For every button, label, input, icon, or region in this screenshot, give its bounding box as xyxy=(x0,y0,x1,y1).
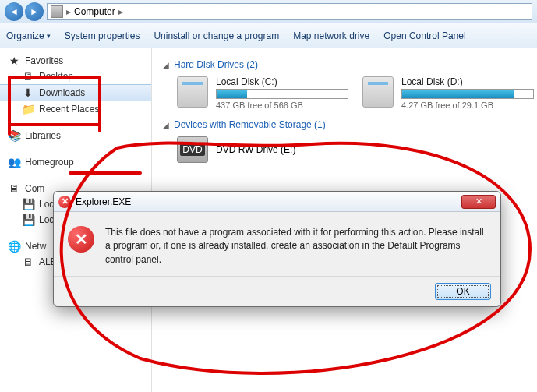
organize-menu[interactable]: Organize xyxy=(6,30,51,41)
breadcrumb[interactable]: ▸ Computer ▸ xyxy=(47,3,532,20)
sidebar-item-desktop[interactable]: 🖥 Desktop xyxy=(0,69,151,84)
pc-icon: 🖥 xyxy=(22,256,34,268)
drive-free-text: 4.27 GB free of 29.1 GB xyxy=(401,101,534,110)
sidebar-item-label: Loc xyxy=(39,214,54,225)
dvd-drive-item[interactable]: DVD DVD RW Drive (E:) xyxy=(177,136,526,163)
sidebar-item-recent-places[interactable]: 📁 Recent Places xyxy=(0,101,151,117)
drive-icon: 💾 xyxy=(22,214,34,226)
downloads-icon: ⬇ xyxy=(22,87,34,99)
drive-capacity-bar xyxy=(216,89,348,99)
dvd-icon: DVD xyxy=(177,136,208,163)
dvd-name: DVD RW Drive (E:) xyxy=(216,144,295,155)
open-control-panel-button[interactable]: Open Control Panel xyxy=(383,30,465,41)
drive-free-text: 437 GB free of 566 GB xyxy=(216,101,348,110)
dialog-ok-button[interactable]: OK xyxy=(435,283,491,300)
section-removable-header[interactable]: ◢ Devices with Removable Storage (1) xyxy=(163,119,526,130)
drive-capacity-bar xyxy=(401,89,534,99)
error-icon: ✕ xyxy=(68,226,94,253)
sidebar-homegroup-header[interactable]: 👥 Homegroup xyxy=(0,154,151,170)
drive-item[interactable]: Local Disk (C:) 437 GB free of 566 GB xyxy=(177,76,348,110)
sidebar-label: Libraries xyxy=(25,130,61,141)
sidebar-item-downloads[interactable]: ⬇ Downloads xyxy=(0,84,151,101)
sidebar-label: Favorites xyxy=(25,55,63,66)
drive-icon: 💾 xyxy=(22,198,34,210)
sidebar-item-label: Downloads xyxy=(39,87,85,98)
collapse-icon: ◢ xyxy=(163,121,169,129)
toolbar: Organize System properties Uninstall or … xyxy=(0,23,537,48)
sidebar-libraries-header[interactable]: 📚 Libraries xyxy=(0,128,151,143)
sidebar-favorites-header[interactable]: ★ Favorites xyxy=(0,53,151,69)
libraries-icon: 📚 xyxy=(8,129,20,142)
uninstall-program-button[interactable]: Uninstall or change a program xyxy=(154,30,279,41)
sidebar-label: Com xyxy=(25,183,44,194)
sidebar-label: Homegroup xyxy=(25,157,74,168)
recent-icon: 📁 xyxy=(22,103,34,115)
sidebar-item-label: Recent Places xyxy=(39,104,99,115)
system-properties-button[interactable]: System properties xyxy=(65,30,140,41)
dialog-title-text: Explorer.EXE xyxy=(76,196,131,207)
dialog-close-button[interactable]: ✕ xyxy=(461,195,496,209)
computer-icon xyxy=(51,5,63,18)
network-icon: 🌐 xyxy=(8,240,20,253)
drive-name: Local Disk (C:) xyxy=(216,76,348,87)
breadcrumb-current[interactable]: Computer xyxy=(74,6,115,17)
section-hdd-header[interactable]: ◢ Hard Disk Drives (2) xyxy=(163,59,526,70)
breadcrumb-sep: ▸ xyxy=(118,6,123,17)
dialog-titlebar[interactable]: ✕ Explorer.EXE ✕ xyxy=(54,192,500,212)
nav-back-button[interactable]: ◄ xyxy=(5,2,23,21)
desktop-icon: 🖥 xyxy=(22,70,34,83)
star-icon: ★ xyxy=(8,55,20,67)
sidebar-item-label: Loc xyxy=(39,199,54,210)
error-dialog: ✕ Explorer.EXE ✕ ✕ This file does not ha… xyxy=(53,191,501,307)
hdd-icon xyxy=(177,76,208,108)
section-label: Hard Disk Drives (2) xyxy=(174,59,258,70)
collapse-icon: ◢ xyxy=(163,61,169,69)
dialog-message: This file does not have a program associ… xyxy=(105,226,486,267)
nav-forward-button[interactable]: ► xyxy=(25,2,44,21)
section-label: Devices with Removable Storage (1) xyxy=(174,119,326,130)
drive-name: Local Disk (D:) xyxy=(401,76,534,87)
drive-item[interactable]: Local Disk (D:) 4.27 GB free of 29.1 GB xyxy=(362,76,534,110)
sidebar-item-label: Desktop xyxy=(39,71,73,82)
computer-icon: 🖥 xyxy=(8,182,20,195)
address-bar: ◄ ► ▸ Computer ▸ xyxy=(0,0,537,23)
breadcrumb-sep: ▸ xyxy=(66,6,71,17)
error-icon: ✕ xyxy=(58,196,71,208)
homegroup-icon: 👥 xyxy=(8,156,20,168)
map-network-drive-button[interactable]: Map network drive xyxy=(293,30,369,41)
hdd-icon xyxy=(362,76,394,108)
sidebar-label: Netw xyxy=(25,241,46,252)
